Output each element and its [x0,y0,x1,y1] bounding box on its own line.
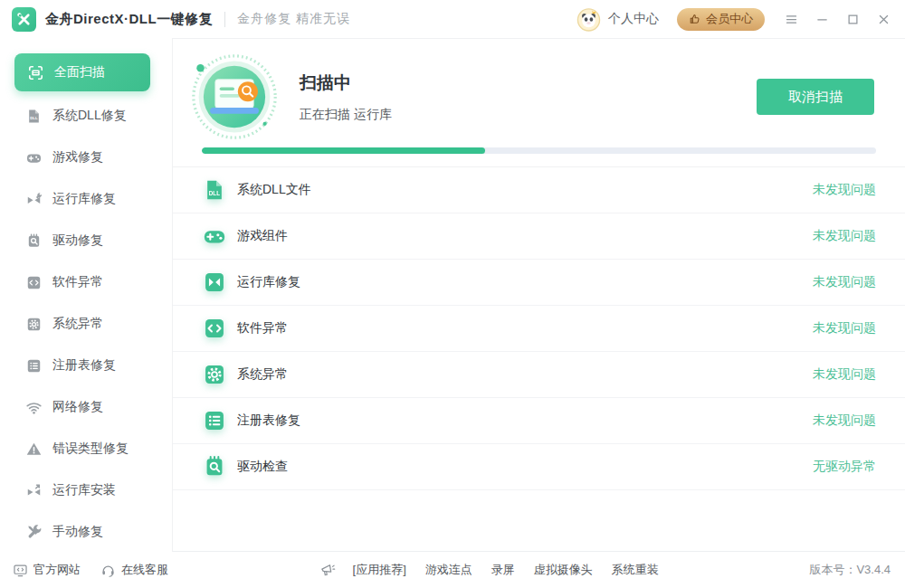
megaphone-icon [319,562,336,578]
sidebar-item-label: 运行库安装 [52,482,116,498]
result-status: 无驱动异常 [813,459,876,475]
scan-header: 扫描中 正在扫描 运行库 取消扫描 [173,39,905,142]
maximize-icon[interactable] [846,13,860,26]
footer-promos: [应用推荐]游戏连点录屏虚拟摄像头系统重装 [168,562,809,578]
sidebar-item-label: 驱动修复 [52,232,103,249]
version-label: 版本号：V3.4.4 [809,562,891,578]
software-code-icon [202,316,227,341]
driver-search-icon [25,232,43,250]
titlebar-divider [224,12,225,27]
footer-link[interactable]: [应用推荐] [353,562,406,578]
sidebar-item-label: 网络修复 [52,399,103,415]
scan-icon [27,64,44,81]
thumb-up-icon [689,13,701,25]
registry-list-icon [202,408,227,433]
footer-link[interactable]: 虚拟摄像头 [534,562,593,578]
software-code-icon [25,274,43,291]
footer-item-2[interactable]: 在线客服 [100,562,168,578]
result-label: 软件异常 [237,320,288,337]
scan-result-row[interactable]: 运行库修复未发现问题 [173,260,905,306]
svg-text:DLL: DLL [30,116,38,120]
cancel-scan-button[interactable]: 取消扫描 [757,79,874,115]
user-center-link[interactable]: 个人中心 [608,11,659,27]
result-label: 驱动检查 [237,459,288,475]
sidebar-item-5[interactable]: 驱动修复 [0,220,172,261]
sidebar-item-label: 全面扫描 [54,64,105,81]
result-label: 游戏组件 [237,228,288,244]
titlebar: 金舟DirectX·DLL一键修复 金舟修复 精准无误 个人中心 会员中心 [0,0,905,38]
manual-tools-icon [25,524,43,541]
svg-text:DLL: DLL [209,190,220,196]
sidebar-item-label: 运行库修复 [52,191,116,207]
sidebar-item-label: 软件异常 [52,274,103,290]
result-label: 系统DLL文件 [237,182,311,198]
result-status: 未发现问题 [813,274,876,290]
scan-result-row[interactable]: 系统异常未发现问题 [173,352,905,398]
sidebar-item-9[interactable]: 网络修复 [0,386,172,428]
scan-result-row[interactable]: 软件异常未发现问题 [173,306,905,352]
member-center-button[interactable]: 会员中心 [677,8,765,31]
footer-link[interactable]: 系统重装 [612,562,659,578]
result-status: 未发现问题 [813,366,876,383]
user-avatar[interactable] [576,7,601,32]
scan-result-row[interactable]: 游戏组件未发现问题 [173,213,905,260]
sidebar-item-label: 手动修复 [52,524,103,540]
sidebar-item-6[interactable]: 软件异常 [0,261,172,303]
sidebar-item-7[interactable]: 系统异常 [0,303,172,345]
member-center-label: 会员中心 [706,11,753,27]
minimize-icon[interactable] [815,13,829,26]
system-gear-icon [25,316,43,333]
sidebar-item-10[interactable]: 错误类型修复 [0,428,172,469]
footer-item-label: 在线客服 [121,562,168,578]
runtime-install-icon [25,482,43,499]
result-status: 未发现问题 [813,413,876,429]
sidebar-item-4[interactable]: 运行库修复 [0,178,172,220]
app-window: 金舟DirectX·DLL一键修复 金舟修复 精准无误 个人中心 会员中心 [0,0,905,588]
vs-runtime-icon [202,270,227,295]
scan-result-row[interactable]: 驱动检查无驱动异常 [173,444,905,490]
headset-icon [100,563,116,578]
footer-left: 官方网站在线客服 [13,562,168,578]
scan-results-list: DLL系统DLL文件未发现问题游戏组件未发现问题运行库修复未发现问题软件异常未发… [173,166,905,490]
result-label: 系统异常 [237,366,288,383]
runtime-repair-icon [25,191,43,208]
scan-status-detail: 正在扫描 运行库 [300,107,392,123]
scan-progress-bar [202,147,876,154]
sidebar-item-3[interactable]: 游戏修复 [0,137,172,178]
sidebar-item-11[interactable]: 运行库安装 [0,469,172,511]
app-tagline: 金舟修复 精准无误 [237,11,350,27]
result-label: 运行库修复 [237,274,300,290]
result-status: 未发现问题 [813,182,876,198]
footer-link[interactable]: 游戏连点 [425,562,472,578]
sidebar-item-label: 系统异常 [52,316,103,332]
close-icon[interactable] [877,13,891,26]
menu-icon[interactable] [785,13,798,26]
footer-bar: 官方网站在线客服 [应用推荐]游戏连点录屏虚拟摄像头系统重装 版本号：V3.4.… [0,552,905,588]
dll-file-icon: DLL [25,108,43,125]
monitor-icon [13,563,28,578]
sidebar-item-1[interactable]: 全面扫描 [14,53,150,91]
scan-result-row[interactable]: DLL系统DLL文件未发现问题 [173,167,905,213]
app-title: 金舟DirectX·DLL一键修复 [45,11,213,28]
sidebar-item-12[interactable]: 手动修复 [0,511,172,553]
registry-list-icon [25,357,43,375]
gamepad-icon [25,149,43,166]
system-gear-icon [202,362,227,387]
sidebar-menu: 全面扫描DLL系统DLL修复游戏修复运行库修复驱动修复软件异常系统异常注册表修复… [0,38,172,552]
sidebar-item-label: 游戏修复 [52,149,103,166]
result-label: 注册表修复 [237,413,300,429]
scan-result-row[interactable]: 注册表修复未发现问题 [173,398,905,444]
error-warning-icon [25,441,43,458]
sidebar-item-8[interactable]: 注册表修复 [0,345,172,386]
result-status: 未发现问题 [813,228,876,244]
sidebar-item-label: 注册表修复 [52,357,116,374]
window-controls [785,13,891,26]
footer-link[interactable]: 录屏 [491,562,515,578]
result-status: 未发现问题 [813,320,876,337]
scan-illustration-icon [189,52,280,142]
scan-progress-fill [202,147,485,154]
wifi-icon [25,399,43,416]
sidebar-item-2[interactable]: DLL系统DLL修复 [0,95,172,137]
main-panel: 扫描中 正在扫描 运行库 取消扫描 DLL系统DLL文件未发现问题游戏组件未发现… [172,38,905,552]
footer-item-1[interactable]: 官方网站 [13,562,81,578]
